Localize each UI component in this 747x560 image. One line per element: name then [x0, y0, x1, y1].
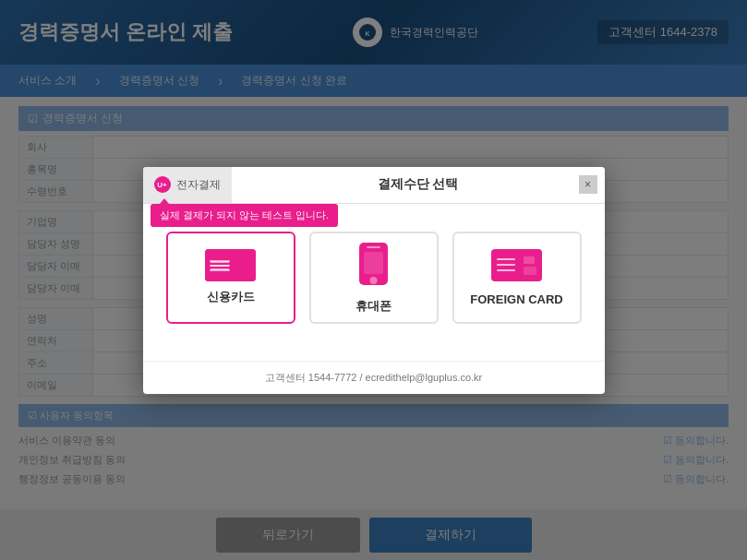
modal-body: 신용카드 휴대폰	[143, 204, 605, 361]
page-background: 경력증명서 온라인 제출 K 한국경력인력공단 고객센터 1644-2378 서…	[0, 0, 747, 560]
svg-rect-3	[210, 260, 230, 262]
payment-modal: U+ 전자결제 결제수단 선택 × 실제 결제가 되지 않는 테스트 입니다.	[143, 167, 605, 394]
payment-option-mobile[interactable]: 휴대폰	[309, 232, 439, 324]
payment-option-credit-card[interactable]: 신용카드	[166, 232, 295, 324]
payment-option-foreign-card[interactable]: FOREIGN CARD	[452, 232, 582, 324]
modal-close-button[interactable]: ×	[579, 175, 597, 194]
lg-icon: U+	[154, 176, 171, 193]
foreign-card-icon	[491, 249, 542, 285]
modal-footer: 고객센터 1544-7772 / ecredithelp@lguplus.co.…	[143, 361, 605, 394]
svg-rect-7	[367, 246, 380, 248]
modal-header: U+ 전자결제 결제수단 선택 × 실제 결제가 되지 않는 테스트 입니다.	[143, 167, 605, 204]
modal-footer-contact: 고객센터 1544-7772 / ecredithelp@lguplus.co.…	[265, 372, 483, 383]
svg-rect-13	[497, 269, 515, 271]
svg-rect-11	[497, 258, 515, 260]
modal-header-left: U+ 전자결제	[143, 167, 232, 204]
credit-card-icon	[205, 249, 256, 281]
mobile-label: 휴대폰	[355, 298, 392, 315]
modal-tooltip: 실제 결제가 되지 않는 테스트 입니다.	[151, 204, 338, 227]
credit-card-label: 신용카드	[207, 289, 255, 305]
svg-rect-9	[364, 252, 383, 274]
svg-rect-4	[210, 265, 230, 267]
svg-rect-15	[524, 267, 536, 275]
svg-rect-2	[205, 249, 256, 281]
foreign-card-label: FOREIGN CARD	[470, 292, 562, 306]
svg-rect-12	[497, 264, 515, 266]
svg-point-8	[370, 277, 378, 284]
modal-title: 결제수단 선택	[232, 176, 605, 193]
payment-options: 신용카드 휴대폰	[162, 232, 586, 324]
svg-rect-5	[210, 269, 230, 271]
modal-lg-label: 전자결제	[176, 177, 221, 193]
phone-icon	[357, 241, 390, 291]
svg-rect-14	[524, 256, 535, 264]
